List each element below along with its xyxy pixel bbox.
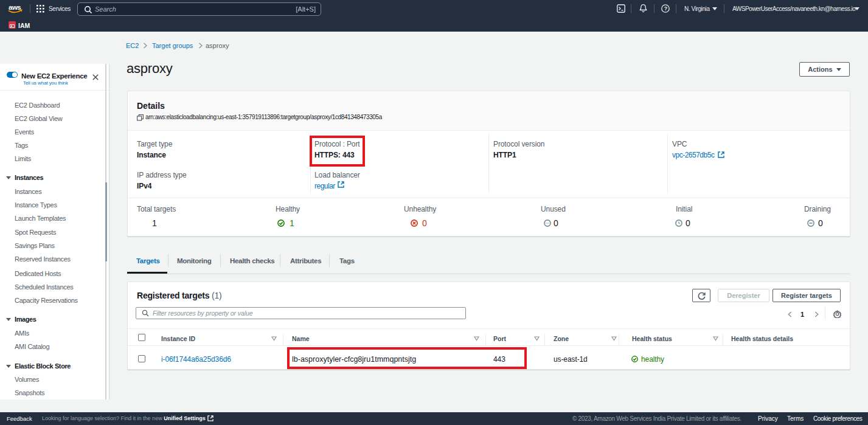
svg-text:?: ? (664, 5, 668, 12)
svg-text:aws: aws (9, 4, 21, 11)
